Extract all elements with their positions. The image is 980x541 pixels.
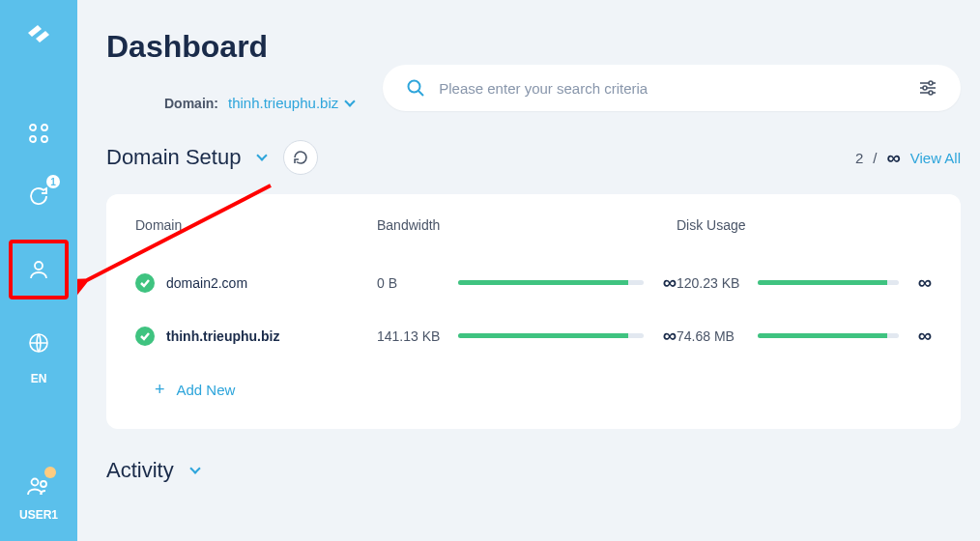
svg-point-7 (41, 481, 46, 487)
svg-point-1 (42, 125, 47, 130)
bandwidth-bar (458, 280, 644, 285)
svg-point-9 (409, 81, 420, 93)
chevron-down-icon[interactable] (257, 150, 268, 160)
disk-value: 120.23 KB (677, 275, 744, 291)
domain-setup-header: Domain Setup 2 / ∞ View All (106, 140, 961, 175)
domain-value[interactable]: thinh.trieuphu.biz (228, 95, 354, 111)
col-domain-header: Domain (135, 217, 377, 233)
domain-label: Domain: (164, 96, 218, 111)
search-box[interactable] (383, 65, 961, 111)
logo-icon[interactable] (22, 19, 55, 56)
view-all-link[interactable]: View All (910, 150, 961, 166)
infinity-icon: ∞ (918, 271, 932, 294)
sidebar: 1 EN USER1 (0, 0, 77, 541)
disk-value: 74.68 MB (677, 328, 744, 344)
check-icon (135, 273, 155, 293)
svg-point-16 (929, 91, 933, 95)
search-input[interactable] (439, 80, 905, 97)
search-icon (406, 78, 425, 98)
limit-value: ∞ (886, 147, 900, 169)
domain-setup-card: Domain Bandwidth Disk Usage domain2.com … (106, 194, 961, 429)
user-label: USER1 (19, 508, 58, 522)
svg-line-10 (418, 91, 423, 96)
count-value: 2 (855, 150, 863, 166)
col-disk-header: Disk Usage (677, 217, 932, 233)
svg-point-4 (35, 262, 43, 270)
svg-point-2 (30, 136, 36, 142)
language-icon[interactable] (19, 324, 58, 362)
domain-name: thinh.trieuphu.biz (166, 328, 279, 344)
users-icon[interactable] (19, 467, 58, 505)
col-bandwidth-header: Bandwidth (377, 217, 677, 233)
add-new-button[interactable]: + Add New (135, 362, 932, 406)
section-title: Activity (106, 458, 174, 483)
refresh-button[interactable] (283, 140, 318, 175)
svg-point-12 (929, 81, 933, 85)
infinity-icon: ∞ (918, 325, 932, 347)
bandwidth-value: 0 B (377, 275, 445, 291)
language-label: EN (31, 372, 47, 385)
infinity-icon: ∞ (663, 325, 677, 347)
chevron-down-icon[interactable] (189, 463, 200, 473)
table-row[interactable]: domain2.com 0 B ∞ 120.23 KB ∞ (135, 256, 932, 309)
section-title: Domain Setup (106, 145, 241, 170)
refresh-icon (293, 150, 308, 165)
domain-name: domain2.com (166, 275, 247, 291)
svg-point-14 (923, 86, 927, 90)
settings-slider-icon[interactable] (918, 78, 937, 98)
svg-point-6 (32, 479, 39, 486)
messages-icon[interactable]: 1 (19, 177, 58, 215)
bandwidth-bar (458, 333, 644, 338)
status-dot-icon (44, 467, 56, 478)
svg-point-0 (30, 125, 36, 130)
user-icon[interactable] (9, 240, 69, 299)
disk-bar (758, 333, 899, 338)
plus-icon: + (155, 380, 165, 400)
infinity-icon: ∞ (663, 271, 677, 294)
table-header: Domain Bandwidth Disk Usage (135, 217, 932, 233)
check-icon (135, 327, 155, 346)
table-row[interactable]: thinh.trieuphu.biz 141.13 KB ∞ 74.68 MB … (135, 309, 932, 362)
notification-badge: 1 (46, 175, 60, 188)
page-title: Dashboard (106, 29, 961, 65)
chevron-down-icon (345, 96, 356, 106)
bandwidth-value: 141.13 KB (377, 328, 445, 344)
svg-point-3 (42, 136, 47, 142)
activity-header: Activity (106, 458, 961, 483)
main-content: Dashboard Domain: thinh.trieuphu.biz Dom… (77, 0, 980, 541)
dashboard-icon[interactable] (19, 114, 58, 153)
domain-selector[interactable]: Domain: thinh.trieuphu.biz (164, 95, 354, 111)
disk-bar (758, 280, 899, 285)
